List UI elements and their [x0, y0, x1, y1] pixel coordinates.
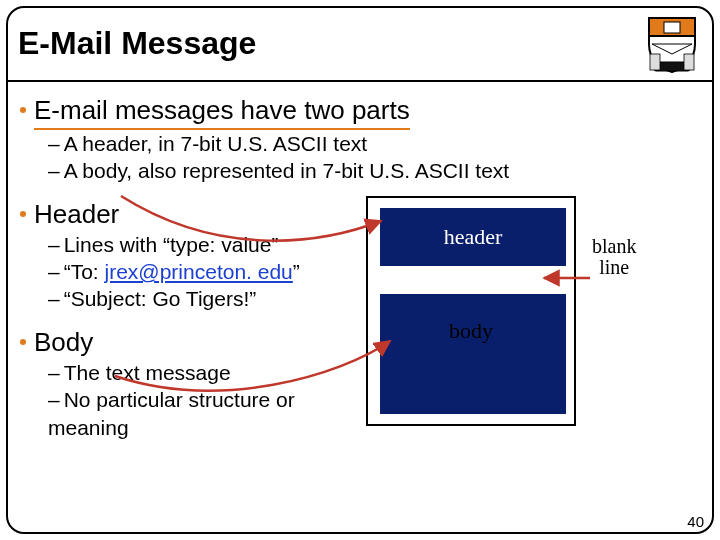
- bullet-2-sub-3-text: “Subject: Go Tigers!”: [64, 287, 257, 310]
- bullet-1-sub-2: –A body, also represented in 7-bit U.S. …: [48, 157, 706, 184]
- slide-title: E-Mail Message: [18, 25, 256, 62]
- princeton-crest-icon: [644, 14, 700, 78]
- bullet-3-sub-2: –No particular structure or meaning: [48, 386, 308, 441]
- bullet-3-sub-2-text: No particular structure or meaning: [48, 388, 295, 438]
- diagram-header-label: header: [444, 224, 503, 250]
- bullet-1: E-mail messages have two parts: [20, 94, 706, 130]
- bullet-1-sub-2-text: A body, also represented in 7-bit U.S. A…: [64, 159, 510, 182]
- bullet-3-sub-1-text: The text message: [64, 361, 231, 384]
- bullet-2: Header: [20, 198, 350, 231]
- bullet-3-sub-1: –The text message: [48, 359, 350, 386]
- svg-rect-0: [664, 22, 680, 33]
- bullet-dot-icon: [20, 211, 26, 217]
- svg-rect-3: [684, 54, 694, 70]
- bullet-3: Body: [20, 326, 350, 359]
- bullet-1-text: E-mail messages have two parts: [34, 94, 410, 130]
- email-link[interactable]: jrex@princeton. edu: [105, 260, 293, 283]
- svg-rect-2: [650, 54, 660, 70]
- bullet-2-sub-2-prefix: “To:: [64, 260, 105, 283]
- content-area: E-mail messages have two parts –A header…: [20, 92, 706, 526]
- bullet-2-sub-1: –Lines with “type: value”: [48, 231, 350, 258]
- title-divider: [8, 80, 712, 82]
- title-bar: E-Mail Message: [6, 6, 714, 80]
- bullet-1-sub-1: –A header, in 7-bit U.S. ASCII text: [48, 130, 706, 157]
- bullet-2-sub-3: –“Subject: Go Tigers!”: [48, 285, 350, 312]
- bullet-2-sub-1-text: Lines with “type: value”: [64, 233, 279, 256]
- bullet-dot-icon: [20, 339, 26, 345]
- bullet-dot-icon: [20, 107, 26, 113]
- bullet-2-sub-2: –“To: jrex@princeton. edu”: [48, 258, 350, 285]
- diagram-body-box: [380, 294, 566, 414]
- bullet-3-text: Body: [34, 326, 93, 359]
- bullet-1-label: E-mail messages have two parts: [34, 94, 410, 130]
- annotation-blank-line: blank line: [592, 236, 636, 278]
- bullet-2-sub-2-suffix: ”: [293, 260, 300, 283]
- diagram-body-label: body: [368, 318, 574, 344]
- email-diagram: header body: [366, 196, 576, 426]
- bullet-1-sub-1-text: A header, in 7-bit U.S. ASCII text: [64, 132, 368, 155]
- bullet-2-text: Header: [34, 198, 119, 231]
- diagram-header-box: header: [380, 208, 566, 266]
- page-number: 40: [687, 513, 704, 530]
